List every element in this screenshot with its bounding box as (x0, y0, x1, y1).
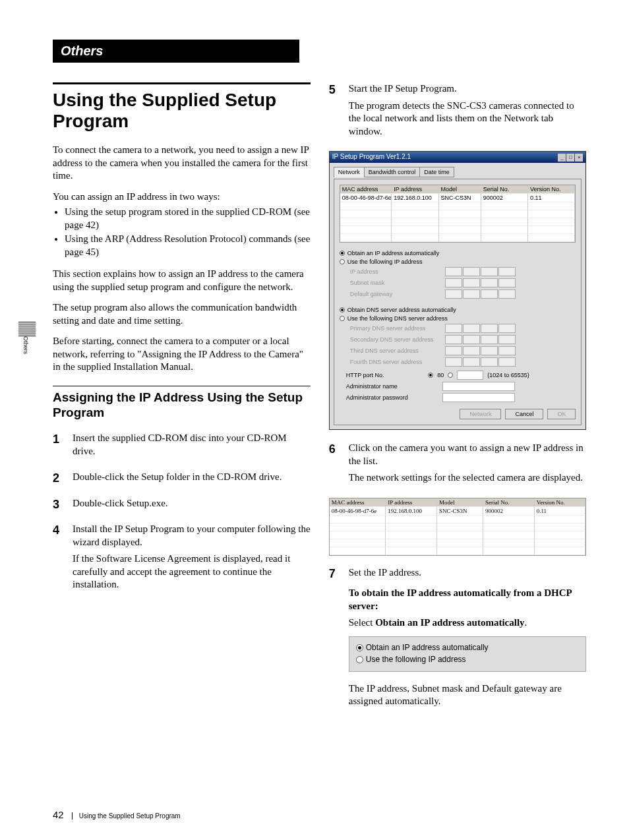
label-admin-pass: Administrator password (346, 394, 442, 401)
label-dns2: Secondary DNS server address (350, 336, 445, 343)
page-footer: 42 Using the Supplied Setup Program (53, 809, 181, 820)
step-4: 4 Install the IP Setup Program to your c… (53, 523, 311, 595)
col-mac: MAC address (330, 498, 386, 507)
maximize-icon[interactable]: □ (566, 154, 574, 162)
cell-mac: 08-00-46-98-d7-6e (340, 194, 392, 202)
intro-para-4: The setup program also allows the commun… (53, 301, 311, 327)
cell-serial: 900002 (483, 507, 535, 516)
cell-version: 0.11 (528, 194, 575, 202)
step-heading: To obtain the IP address automatically f… (349, 587, 587, 613)
intro-para-5: Before starting, connect the camera to a… (53, 335, 311, 374)
radio-icon[interactable] (448, 373, 453, 378)
cell-version: 0.11 (535, 507, 586, 516)
camera-list-small[interactable]: MAC address IP address Model Serial No. … (329, 498, 587, 556)
cell-mac: 08-00-46-98-d7-6e (330, 507, 386, 516)
cell-ip: 192.168.0.100 (386, 507, 437, 516)
bullet-item: Using the setup program stored in the su… (65, 206, 311, 231)
radio-icon (356, 644, 363, 651)
admin-pass-input[interactable] (442, 393, 515, 402)
label-dns4: Fourth DNS server address (350, 359, 445, 365)
port-range: (1024 to 65535) (487, 372, 529, 378)
radio-use-ip[interactable]: Use the following IP address (340, 258, 576, 265)
footer-text: Using the Supplied Setup Program (72, 812, 181, 820)
radio-icon (340, 307, 345, 313)
col-serial: Serial No. (481, 185, 528, 194)
ok-button[interactable]: OK (547, 409, 576, 419)
camera-list[interactable]: MAC address IP address Model Serial No. … (340, 185, 576, 243)
step-text: Start the IP Setup Program. (349, 82, 587, 96)
subtitle: Assigning the IP Address Using the Setup… (53, 390, 311, 421)
col-model: Model (437, 498, 483, 507)
admin-name-input[interactable] (442, 382, 515, 391)
step-number: 5 (329, 82, 341, 142)
step-number: 7 (329, 566, 341, 712)
bullet-item: Using the ARP (Address Resolution Protoc… (65, 233, 311, 258)
left-column: Using the Supplied Setup Program To conn… (53, 82, 311, 721)
label-gateway: Default gateway (350, 291, 445, 297)
port-input[interactable] (457, 371, 483, 380)
col-mac: MAC address (340, 185, 392, 194)
window-controls: _□× (557, 153, 583, 162)
radio-icon (356, 656, 363, 663)
side-tab-label: Others (22, 336, 29, 354)
step-6: 6 Click on the camera you want to assign… (329, 442, 587, 489)
radio-options-shot: Obtain an IP address automatically Use t… (349, 636, 587, 672)
tab-strip: Network Bandwidth control Date time (334, 167, 582, 177)
label-http-port: HTTP port No. (346, 372, 425, 378)
col-ip: IP address (386, 498, 437, 507)
step-text: Select Obtain an IP address automaticall… (349, 616, 587, 630)
col-ip: IP address (392, 185, 438, 194)
table-row[interactable]: 08-00-46-98-d7-6e 192.168.0.100 SNC-CS3N… (330, 507, 586, 516)
col-model: Model (439, 185, 481, 194)
radio-icon (340, 259, 345, 264)
margin-decor (18, 322, 36, 338)
label-dns1: Primary DNS server address (350, 325, 445, 332)
step-7: 7 Set the IP address. To obtain the IP a… (329, 566, 587, 712)
step-text: Insert the supplied CD-ROM disc into you… (73, 432, 311, 458)
step-text: The IP address, Subnet mask and Default … (349, 682, 587, 708)
radio-obtain-dns[interactable]: Obtain DNS server address automatically (340, 307, 576, 313)
intro-bullets: Using the setup program stored in the su… (53, 206, 311, 258)
tab-network[interactable]: Network (334, 167, 365, 177)
step-number: 2 (53, 471, 65, 488)
label-dns3: Third DNS server address (350, 347, 445, 354)
radio-use-ip[interactable]: Use the following IP address (356, 655, 580, 665)
close-icon[interactable]: × (575, 154, 583, 162)
step-3: 3 Double-click Setup.exe. (53, 497, 311, 514)
page-number: 42 (53, 809, 64, 820)
radio-obtain-ip[interactable]: Obtain an IP address automatically (340, 250, 576, 256)
network-button[interactable]: Network (460, 409, 501, 419)
intro-para-3: This section explains how to assign an I… (53, 268, 311, 293)
section-header: Others (53, 40, 299, 63)
label-subnet: Subnet mask (350, 280, 445, 286)
rule-above-subtitle (53, 386, 311, 386)
page-title: Using the Supplied Setup Program (53, 90, 311, 132)
radio-icon (340, 316, 345, 321)
cell-model: SNC-CS3N (437, 507, 483, 516)
step-number: 4 (53, 523, 65, 595)
radio-icon[interactable] (428, 373, 433, 378)
minimize-icon[interactable]: _ (558, 154, 566, 162)
rule-above-title (53, 82, 311, 84)
intro-para-2: You can assign an IP address in two ways… (53, 191, 311, 204)
step-text: Click on the camera you want to assign a… (349, 442, 587, 467)
step-number: 6 (329, 442, 341, 489)
step-5: 5 Start the IP Setup Program. The progra… (329, 82, 587, 142)
radio-use-dns[interactable]: Use the following DNS server address (340, 315, 576, 322)
step-text: Install the IP Setup Program to your com… (73, 523, 311, 549)
radio-obtain-ip[interactable]: Obtain an IP address automatically (356, 643, 580, 653)
cell-serial: 900002 (481, 194, 528, 202)
label-ip: IP address (350, 268, 445, 275)
window-title: IP Setup Program Ver1.2.1 (332, 153, 411, 162)
table-row[interactable]: 08-00-46-98-d7-6e 192.168.0.100 SNC-CS3N… (340, 194, 576, 202)
col-serial: Serial No. (483, 498, 535, 507)
step-text: The program detects the SNC-CS3 cameras … (349, 100, 587, 138)
tab-datetime[interactable]: Date time (419, 167, 454, 177)
col-version: Version No. (528, 185, 575, 194)
step-number: 3 (53, 497, 65, 514)
tab-bandwidth[interactable]: Bandwidth control (364, 167, 421, 177)
step-text: Double-click the Setup folder in the CD-… (73, 471, 311, 484)
right-column: 5 Start the IP Setup Program. The progra… (329, 82, 587, 721)
cancel-button[interactable]: Cancel (505, 409, 543, 419)
step-text: Set the IP address. (349, 566, 587, 580)
